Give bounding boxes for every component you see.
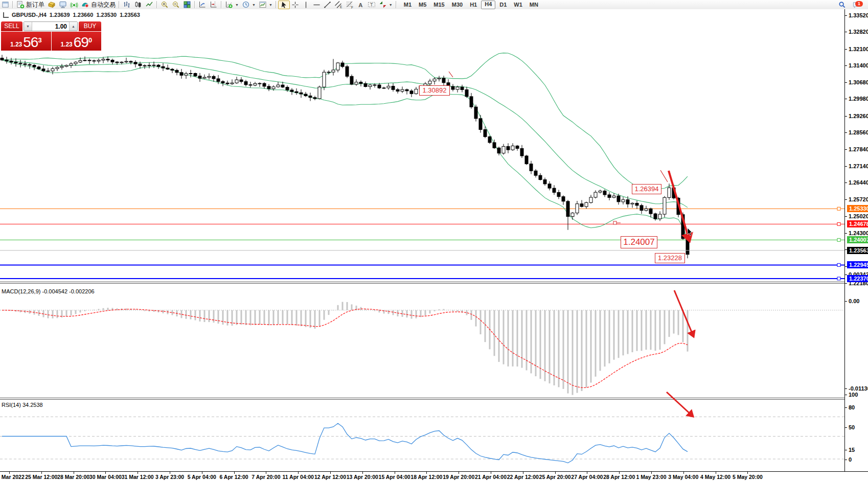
new-order-button[interactable]: 新订单 [15,1,46,9]
annotation-price-label[interactable]: 1.30892 [419,85,450,96]
line-chart-button[interactable] [144,1,155,9]
price-axis-label: 1.28560 [849,129,868,135]
market-watch-button[interactable] [46,1,57,9]
price-axis-label: 80 [849,404,855,410]
close-value: 1.23563 [120,12,140,18]
chevron-down-icon[interactable]: ▼ [269,3,272,7]
sell-button[interactable]: SELL [1,21,22,31]
axis-tick [845,32,847,32]
price-level-line[interactable] [0,277,844,280]
annotation-price-label[interactable]: 1.26394 [632,184,661,194]
autotrade-icon [81,1,89,9]
volume-up-button[interactable]: ▲ [69,22,77,31]
timeframe-button-h4[interactable]: H4 [481,1,495,9]
toolbar-separator [119,1,120,8]
rsi-pane[interactable]: RSI(14) 34.2538 [0,400,844,471]
time-axis-label: 21 Apr 04:00 [475,474,507,480]
timeframe-button-mn[interactable]: MN [527,1,541,9]
price-axis-label: 1.31400 [849,62,868,68]
channel-button[interactable]: E [333,1,344,9]
chevron-down-icon[interactable]: ▼ [389,3,393,7]
time-axis-tick [395,472,395,474]
buy-price-display[interactable]: 1.23 69 0 [52,32,102,51]
price-level-axis-label: 1.23563 [847,247,868,254]
label-button[interactable]: T [366,1,377,9]
fibonacci-button[interactable]: F [344,1,355,9]
signals-button[interactable] [68,1,80,9]
cursor-button[interactable] [278,1,290,9]
time-axis-tick [555,472,556,474]
time-axis[interactable]: 24 Mar 202225 Mar 12:0028 Mar 20:0030 Ma… [0,471,868,481]
chart-shift-button[interactable] [208,1,219,9]
time-axis-label: 11 Apr 04:00 [282,474,313,480]
price-axis[interactable]: 1.335201.328201.321001.314001.306801.299… [844,9,868,471]
window-button[interactable] [0,1,11,9]
svg-text:T: T [370,2,373,7]
timeframe-button-d1[interactable]: D1 [496,1,510,9]
volume-down-button[interactable]: ▼ [24,22,32,31]
top-toolbar: 新订单自动交易▼▼▼EFAT▼ M1M5M15M30H1H4D1W1MN 1 [0,0,868,10]
trendline-button[interactable] [322,1,333,9]
time-axis-label: 19 Apr 20:00 [443,474,474,480]
zoom-in-button[interactable] [159,1,170,9]
axis-tick [845,388,847,389]
bar-chart-button[interactable] [121,1,132,9]
timeframe-button-m5[interactable]: M5 [416,1,429,9]
hline-button[interactable] [311,1,322,9]
chat-icon[interactable]: 1 [851,1,864,9]
price-level-line[interactable] [0,263,844,266]
price-level-line[interactable] [0,207,844,210]
search-icon[interactable] [837,1,848,9]
sell-price-display[interactable]: 1.23 56 3 [1,32,51,51]
price-level-line[interactable] [0,222,844,225]
timeframe-button-h1[interactable]: H1 [467,1,480,9]
main-chart-pane[interactable] [0,10,844,282]
buy-price-prefix: 1.23 [60,40,72,50]
indicators-button[interactable]: ▼ [223,1,240,9]
annotation-price-label[interactable]: 1.24007 [621,236,657,248]
axis-tick [845,166,847,167]
timeframe-button-w1[interactable]: W1 [511,1,526,9]
data-window-button[interactable] [57,1,68,9]
time-axis-tick [170,472,170,474]
chartshift-icon [210,1,218,9]
timeframe-button-m15[interactable]: M15 [430,1,447,9]
buy-price-main: 69 [74,35,88,50]
price-axis-label: 100 [849,392,858,398]
axis-tick [845,427,847,428]
candlestick-chart-button[interactable] [132,1,144,9]
axis-tick [845,233,847,234]
price-axis-label: 0 [849,456,852,463]
text-button[interactable]: A [355,1,366,9]
price-axis-label: 1.25720 [849,196,868,202]
notification-badge[interactable]: 1 [855,1,863,7]
price-axis-label: 1.30680 [849,79,868,85]
macd-pane[interactable]: MACD(12,26,9) -0.004542 -0.002206 [0,284,844,398]
crosshair-button[interactable] [290,1,301,9]
time-axis-label: 27 Apr 04:00 [571,474,603,480]
price-axis-label: 1.29260 [849,113,868,119]
timeframe-button-m1[interactable]: M1 [401,1,415,9]
price-level-line[interactable] [0,238,844,241]
sell-price-main: 56 [23,35,38,50]
time-axis-tick [234,472,235,474]
fibo-icon: F [346,1,354,9]
buy-button[interactable]: BUY [79,21,101,31]
volume-input[interactable] [32,22,69,31]
price-axis-label: -0.011307 [849,385,868,392]
arrows-button[interactable]: ▼ [377,1,394,9]
periods-button[interactable]: ▼ [240,1,257,9]
axis-tick [845,132,847,133]
tile-windows-button[interactable] [181,1,193,9]
axis-tick [845,15,847,16]
time-axis-label: 22 Apr 12:00 [507,474,539,480]
templates-button[interactable]: ▼ [257,1,274,9]
chevron-down-icon[interactable]: ▼ [252,3,256,7]
annotation-price-label[interactable]: 1.23228 [655,253,685,263]
auto-scroll-button[interactable] [197,1,208,9]
vline-button[interactable] [301,1,311,9]
timeframe-button-m30[interactable]: M30 [449,1,466,9]
zoom-out-button[interactable] [170,1,181,9]
chevron-down-icon[interactable]: ▼ [235,3,239,7]
autotrading-button[interactable]: 自动交易 [80,1,117,9]
